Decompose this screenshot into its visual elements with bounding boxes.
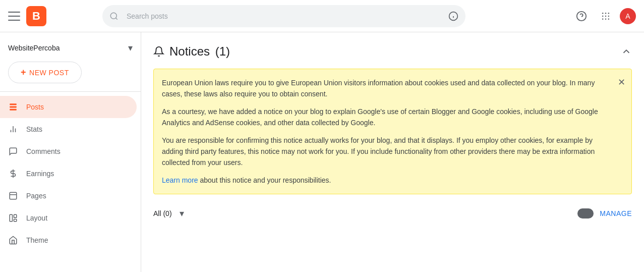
sidebar: WebsitePercoba ▾ + NEW POST Posts bbox=[0, 32, 141, 272]
sidebar-item-posts[interactable]: Posts bbox=[0, 96, 137, 118]
svg-point-15 bbox=[608, 18, 610, 20]
svg-point-13 bbox=[602, 18, 604, 20]
blog-name: WebsitePercoba bbox=[8, 44, 60, 52]
svg-point-11 bbox=[605, 15, 607, 17]
sidebar-item-earnings-label: Earnings bbox=[26, 170, 54, 178]
blogger-logo: B bbox=[26, 6, 46, 26]
sidebar-item-pages[interactable]: Pages bbox=[0, 185, 137, 207]
search-icon bbox=[109, 12, 119, 21]
sidebar-item-theme[interactable]: Theme bbox=[0, 229, 137, 251]
layout-icon bbox=[8, 213, 18, 223]
pages-icon bbox=[8, 191, 18, 201]
sidebar-item-theme-label: Theme bbox=[26, 236, 48, 244]
search-input[interactable] bbox=[102, 5, 465, 27]
svg-rect-27 bbox=[14, 219, 17, 222]
notice-paragraph-1: European Union laws require you to give … bbox=[162, 77, 611, 100]
sidebar-item-stats[interactable]: Stats bbox=[0, 118, 137, 140]
filter-right: MANAGE bbox=[577, 208, 632, 219]
comments-icon bbox=[8, 146, 18, 156]
sidebar-item-earnings[interactable]: Earnings bbox=[0, 162, 137, 185]
blog-selector[interactable]: WebsitePercoba ▾ bbox=[0, 38, 141, 58]
svg-rect-26 bbox=[14, 214, 17, 217]
sidebar-item-comments-label: Comments bbox=[26, 147, 61, 155]
apps-button[interactable] bbox=[596, 6, 616, 26]
svg-rect-17 bbox=[10, 106, 17, 108]
manage-button[interactable]: MANAGE bbox=[600, 209, 632, 217]
chevron-down-icon: ▾ bbox=[128, 42, 133, 53]
notices-title: Notices (1) bbox=[169, 44, 230, 59]
sidebar-item-pages-label: Pages bbox=[26, 192, 46, 200]
plus-icon: + bbox=[21, 67, 26, 78]
filter-select-wrap: All (0) ▾ bbox=[153, 209, 186, 217]
svg-point-12 bbox=[608, 15, 610, 17]
posts-filter-select[interactable]: All (0) bbox=[153, 209, 186, 217]
svg-rect-18 bbox=[10, 109, 17, 111]
sidebar-divider bbox=[0, 91, 141, 92]
svg-rect-23 bbox=[10, 192, 17, 199]
svg-rect-25 bbox=[10, 214, 12, 222]
info-icon[interactable] bbox=[448, 11, 458, 21]
svg-point-14 bbox=[605, 18, 607, 20]
notice-close-button[interactable]: ✕ bbox=[618, 75, 625, 90]
avatar[interactable]: A bbox=[620, 8, 636, 24]
notice-banner: ✕ European Union laws require you to giv… bbox=[153, 69, 632, 194]
theme-icon bbox=[8, 235, 18, 245]
help-button[interactable] bbox=[571, 6, 592, 26]
sidebar-item-comments[interactable]: Comments bbox=[0, 140, 137, 162]
svg-rect-16 bbox=[10, 103, 17, 105]
svg-line-1 bbox=[115, 18, 117, 19]
notice-paragraph-3: You are responsible for confirming this … bbox=[162, 135, 611, 169]
collapse-button[interactable] bbox=[621, 46, 632, 57]
bell-icon bbox=[153, 46, 164, 57]
posts-icon bbox=[8, 102, 18, 112]
earnings-icon bbox=[8, 169, 18, 179]
learn-more-link[interactable]: Learn more bbox=[162, 176, 198, 184]
search-bar bbox=[102, 5, 465, 27]
sidebar-item-layout-label: Layout bbox=[26, 214, 47, 222]
notices-header: Notices (1) bbox=[153, 40, 632, 63]
notice-paragraph-2: As a courtesy, we have added a notice on… bbox=[162, 106, 611, 129]
posts-filter-row: All (0) ▾ MANAGE bbox=[153, 204, 632, 223]
sidebar-item-layout[interactable]: Layout bbox=[0, 207, 137, 229]
hamburger-menu-icon[interactable] bbox=[8, 10, 20, 22]
notice-paragraph-4: Learn more about this notice and your re… bbox=[162, 175, 611, 186]
svg-point-8 bbox=[605, 12, 607, 14]
new-post-button[interactable]: + NEW POST bbox=[8, 62, 82, 83]
svg-point-0 bbox=[110, 13, 116, 19]
svg-point-7 bbox=[602, 12, 604, 14]
notices-title-row: Notices (1) bbox=[153, 44, 230, 59]
svg-point-10 bbox=[602, 15, 604, 17]
content-area: Notices (1) ✕ European Union laws requir… bbox=[141, 32, 644, 272]
view-toggle[interactable] bbox=[577, 208, 594, 219]
sidebar-item-stats-label: Stats bbox=[26, 125, 42, 133]
svg-point-9 bbox=[608, 12, 610, 14]
stats-icon bbox=[8, 124, 18, 134]
sidebar-item-posts-label: Posts bbox=[26, 103, 44, 111]
